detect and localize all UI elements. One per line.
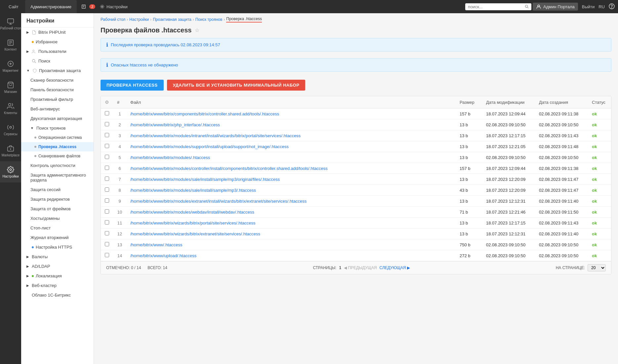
delete-all-button[interactable]: УДАЛИТЬ ВСЕ И УСТАНОВИТЬ МИНИМАЛЬНЫЙ НАБ…: [167, 80, 306, 91]
nav-htaccess[interactable]: Проверка .htaccess: [21, 142, 94, 151]
file-link[interactable]: /home/bitrix/www/bitrix/modules/sale/ins…: [130, 177, 280, 182]
breadcrumb-trojans[interactable]: Поиск троянов: [195, 17, 223, 22]
row-checkbox[interactable]: [105, 155, 109, 159]
file-link[interactable]: /home/bitrix/www/bitrix/modules/extranet…: [130, 199, 307, 204]
user-menu[interactable]: Админ Портала: [533, 3, 578, 11]
nav-os[interactable]: Операционная система: [21, 133, 94, 142]
sidebar-item-content[interactable]: Контент: [0, 34, 21, 56]
nav-2fa[interactable]: Двухэтапная авторизация: [21, 114, 94, 123]
nav-session-protect[interactable]: Защита сессий: [21, 185, 94, 194]
file-link[interactable]: /home/bitrix/www/bitrix/modules/sale/ins…: [130, 188, 256, 193]
file-link[interactable]: /home/bitrix/www/bitrix/modules/intranet…: [130, 133, 301, 138]
nav-phpunit[interactable]: ▶ Bitrix PHPUnit: [21, 27, 94, 37]
nav-https[interactable]: Настройка HTTPS: [21, 242, 94, 252]
notifications-btn[interactable]: 2: [81, 4, 95, 9]
sidebar-item-services[interactable]: Сервисы: [0, 119, 21, 140]
row-checkbox[interactable]: [105, 166, 109, 170]
file-link[interactable]: /home/bitrix/www/bitrix/wizards/bitrix/p…: [130, 221, 256, 225]
nav-security-panel[interactable]: Панель безопасности: [21, 85, 94, 95]
file-link[interactable]: /home/bitrix/www/upload/.htaccess: [130, 253, 196, 258]
row-size: 13 b: [456, 141, 482, 152]
nav-adldap[interactable]: ▶ AD/LDAP: [21, 262, 94, 271]
row-checkbox-cell: [101, 196, 113, 207]
table-settings-icon[interactable]: ⚙: [105, 100, 109, 105]
row-checkbox[interactable]: [105, 242, 109, 246]
nav-users[interactable]: ▶ Пользователи: [21, 47, 94, 56]
nav-item-label: Проактивная защита: [39, 68, 81, 73]
nav-file-scan[interactable]: Сканирование файлов: [21, 151, 94, 161]
file-link[interactable]: /home/bitrix/www/bitrix/modules/support/…: [130, 144, 289, 149]
nav-item-label: Пользователи: [38, 49, 66, 54]
row-checkbox[interactable]: [105, 133, 109, 137]
breadcrumb: Рабочий стол › Настройки › Проактивная з…: [94, 13, 618, 24]
file-link[interactable]: /home/bitrix/www/bitrix/modules/.htacces…: [130, 155, 210, 160]
nav-antivirus[interactable]: Веб-антивирус: [21, 104, 94, 114]
nav-favorites[interactable]: Избранное: [21, 37, 94, 47]
file-link[interactable]: /home/bitrix/www/bitrix/components/bitri…: [130, 111, 279, 116]
next-page-btn[interactable]: СЛЕДУЮЩАЯ ▶: [380, 265, 410, 270]
file-link[interactable]: /home/bitrix/www/bitrix/wizards/bitrix/e…: [130, 231, 260, 236]
nav-locale[interactable]: ▶ Локализация: [21, 271, 94, 281]
row-checkbox[interactable]: [105, 231, 109, 235]
sidebar-item-shop[interactable]: Магазин: [0, 77, 21, 98]
file-link[interactable]: /home/bitrix/www/.htaccess: [130, 242, 183, 247]
nav-webcluster[interactable]: ▶ Веб-кластер: [21, 281, 94, 290]
file-link[interactable]: /home/bitrix/www/bitrix/modules/webdav/i…: [130, 210, 254, 215]
nav-integrity[interactable]: Контроль целостности: [21, 161, 94, 170]
nav-frame-protect[interactable]: Защита от фреймов: [21, 204, 94, 214]
breadcrumb-desktop[interactable]: Рабочий стол: [101, 17, 125, 22]
per-page-select[interactable]: 10 20 50 100: [588, 264, 606, 271]
nav-stoplist[interactable]: Стоп-лист: [21, 223, 94, 233]
file-link[interactable]: /home/bitrix/www/bitrix/modules/controll…: [130, 166, 328, 171]
favorite-star-icon[interactable]: ☆: [195, 27, 199, 33]
logout-btn[interactable]: Выйти: [582, 4, 595, 9]
check-htaccess-button[interactable]: ПРОВЕРКА HTACCESS: [101, 80, 164, 91]
prev-page-btn[interactable]: ◀ ПРЕДЫДУЩАЯ: [344, 265, 377, 270]
settings-topbar-btn[interactable]: Настройки: [100, 4, 128, 9]
sidebar-item-clients[interactable]: Клиенты: [0, 98, 21, 119]
row-num: 6: [113, 163, 126, 174]
nav-search[interactable]: Поиск: [21, 56, 94, 66]
site-tab[interactable]: Сайт: [3, 0, 24, 13]
sidebar-item-marketplace[interactable]: Marketplace: [0, 140, 21, 161]
row-modified: 18.07.2023 12:09:44: [482, 108, 535, 119]
row-checkbox[interactable]: [105, 144, 109, 148]
nav-bitrix-cloud[interactable]: Облако 1С-Битрикс: [21, 290, 94, 300]
nav-intrusion-log[interactable]: Журнал вторжений: [21, 233, 94, 242]
search-input[interactable]: [468, 4, 522, 9]
file-link[interactable]: /home/bitrix/www/bitrix/php_interface/.h…: [130, 122, 220, 127]
row-checkbox[interactable]: [105, 220, 109, 224]
breadcrumb-proactive[interactable]: Проактивная защита: [153, 17, 191, 22]
nav-admin-protect[interactable]: Защита административного раздела: [21, 170, 94, 185]
help-btn[interactable]: [609, 3, 615, 10]
row-modified: 02.08.2023 09:10:50: [482, 239, 535, 250]
nav-hosts[interactable]: Хосты/домены: [21, 214, 94, 223]
row-checkbox[interactable]: [105, 198, 109, 203]
row-checkbox[interactable]: [105, 111, 109, 115]
sidebar-item-marketing[interactable]: Маркетинг: [0, 56, 21, 77]
row-file: /home/bitrix/www/bitrix/wizards/bitrix/p…: [126, 218, 456, 228]
nav-currencies[interactable]: ▶ Валюты: [21, 252, 94, 262]
sidebar-item-desktop[interactable]: Рабочий стол: [0, 13, 21, 34]
row-checkbox[interactable]: [105, 209, 109, 214]
sidebar-item-settings[interactable]: Настройки: [0, 161, 21, 182]
sidebar-icon-label: Сервисы: [4, 132, 17, 136]
breadcrumb-settings[interactable]: Настройки: [129, 17, 149, 22]
row-modified: 18.07.2023 12:17:15: [482, 130, 535, 141]
row-created: 02.08.2023 09:11:48: [535, 141, 588, 152]
row-num: 13: [113, 239, 126, 250]
row-checkbox[interactable]: [105, 187, 109, 192]
row-checkbox[interactable]: [105, 122, 109, 126]
lang-btn[interactable]: RU: [598, 4, 605, 9]
row-created: 02.08.2023 09:11:38: [535, 163, 588, 174]
row-checkbox[interactable]: [105, 253, 109, 257]
admin-tab[interactable]: Администрирование: [25, 0, 77, 13]
nav-item-label: Хосты/домены: [30, 216, 60, 221]
nav-proactive-filter[interactable]: Проактивный фильтр: [21, 95, 94, 104]
nav-redirect-protect[interactable]: Защита редиректов: [21, 194, 94, 204]
nav-scanner[interactable]: Сканер безопасности: [21, 75, 94, 85]
nav-proactive[interactable]: ▼ Проактивная защита: [21, 66, 94, 75]
nav-trojan-search[interactable]: ▼ Поиск троянов: [21, 123, 94, 133]
nav-item-label: Контроль целостности: [30, 163, 75, 168]
row-checkbox[interactable]: [105, 177, 109, 181]
